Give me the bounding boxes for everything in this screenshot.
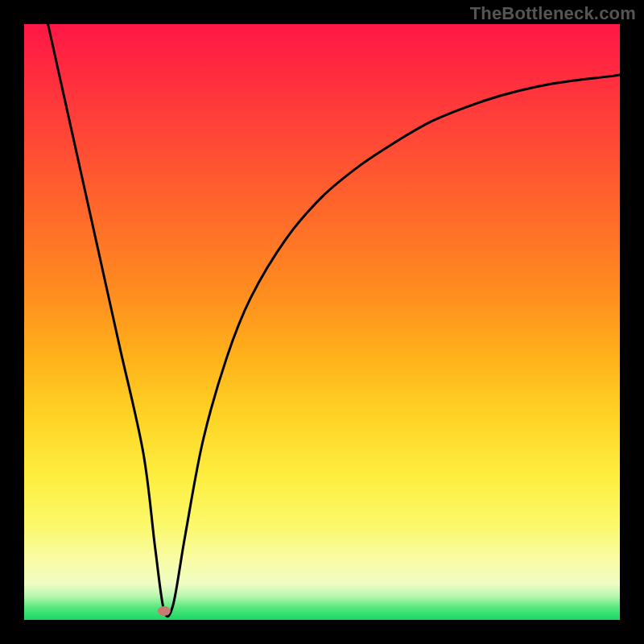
plot-area [24,24,620,620]
curve-svg [24,24,620,620]
watermark-text: TheBottleneck.com [470,3,636,24]
chart-container: TheBottleneck.com [0,0,644,644]
optimum-marker [158,606,171,616]
bottleneck-curve [48,24,620,617]
